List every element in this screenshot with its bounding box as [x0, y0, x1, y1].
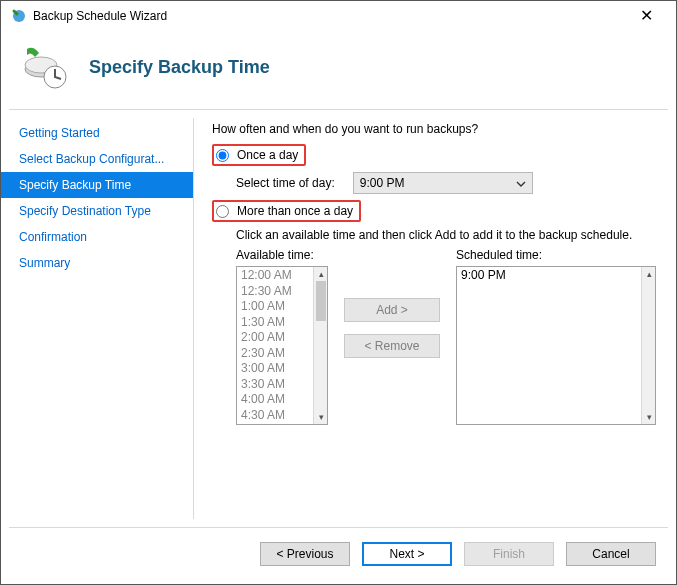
list-item[interactable]: 1:00 AM — [241, 299, 313, 315]
sidebar-item-label: Confirmation — [19, 230, 87, 244]
footer: < Previous Next > Finish Cancel — [1, 528, 676, 584]
radio-more-than-once[interactable]: More than once a day — [212, 200, 361, 222]
remove-button[interactable]: < Remove — [344, 334, 440, 358]
scroll-up-icon[interactable]: ▴ — [642, 267, 656, 281]
sidebar-item-summary[interactable]: Summary — [1, 250, 193, 276]
scrollbar[interactable]: ▴ ▾ — [641, 267, 655, 424]
window-title: Backup Schedule Wizard — [33, 9, 626, 23]
sidebar-item-select-config[interactable]: Select Backup Configurat... — [1, 146, 193, 172]
header: Specify Backup Time — [1, 31, 676, 109]
transfer-buttons: Add > < Remove — [344, 298, 440, 358]
sidebar-item-label: Specify Backup Time — [19, 178, 131, 192]
time-select-label: Select time of day: — [236, 176, 335, 190]
scroll-down-icon[interactable]: ▾ — [314, 410, 328, 424]
sidebar: Getting Started Select Backup Configurat… — [1, 110, 193, 527]
list-item[interactable]: 12:30 AM — [241, 284, 313, 300]
sidebar-item-label: Summary — [19, 256, 70, 270]
finish-button[interactable]: Finish — [464, 542, 554, 566]
body: Getting Started Select Backup Configurat… — [1, 110, 676, 527]
sidebar-item-label: Select Backup Configurat... — [19, 152, 164, 166]
list-item[interactable]: 3:00 AM — [241, 361, 313, 377]
app-icon — [11, 8, 27, 24]
scrollbar[interactable]: ▴ ▾ — [313, 267, 327, 424]
list-item[interactable]: 3:30 AM — [241, 377, 313, 393]
scroll-up-icon[interactable]: ▴ — [314, 267, 328, 281]
radio-once-label: Once a day — [237, 148, 298, 162]
time-of-day-select[interactable]: 9:00 PM — [353, 172, 533, 194]
list-item[interactable]: 4:00 AM — [241, 392, 313, 408]
scheduled-items: 9:00 PM — [457, 267, 641, 424]
scheduled-column: Scheduled time: 9:00 PM ▴ ▾ — [456, 248, 656, 425]
available-column: Available time: 12:00 AM12:30 AM1:00 AM1… — [236, 248, 328, 425]
cancel-button[interactable]: Cancel — [566, 542, 656, 566]
previous-button[interactable]: < Previous — [260, 542, 350, 566]
add-button[interactable]: Add > — [344, 298, 440, 322]
radio-multi-label: More than once a day — [237, 204, 353, 218]
time-lists: Available time: 12:00 AM12:30 AM1:00 AM1… — [236, 248, 656, 425]
available-label: Available time: — [236, 248, 328, 262]
time-of-day-value: 9:00 PM — [360, 176, 405, 190]
sidebar-item-destination[interactable]: Specify Destination Type — [1, 198, 193, 224]
radio-multi-input[interactable] — [216, 205, 229, 218]
scroll-thumb[interactable] — [316, 281, 326, 321]
list-item[interactable]: 1:30 AM — [241, 315, 313, 331]
scheduled-label: Scheduled time: — [456, 248, 656, 262]
sidebar-item-getting-started[interactable]: Getting Started — [1, 120, 193, 146]
content-pane: How often and when do you want to run ba… — [194, 110, 676, 527]
sidebar-item-label: Getting Started — [19, 126, 100, 140]
prompt-text: How often and when do you want to run ba… — [212, 122, 656, 136]
list-item[interactable]: 4:30 AM — [241, 408, 313, 424]
available-items: 12:00 AM12:30 AM1:00 AM1:30 AM2:00 AM2:3… — [237, 267, 313, 424]
radio-once-input[interactable] — [216, 149, 229, 162]
scroll-down-icon[interactable]: ▾ — [642, 410, 656, 424]
next-button[interactable]: Next > — [362, 542, 452, 566]
wizard-window: Backup Schedule Wizard ✕ Specify Backup … — [0, 0, 677, 585]
wizard-icon — [21, 43, 69, 91]
instruction-text: Click an available time and then click A… — [236, 228, 656, 242]
close-button[interactable]: ✕ — [626, 6, 666, 25]
available-listbox[interactable]: 12:00 AM12:30 AM1:00 AM1:30 AM2:00 AM2:3… — [236, 266, 328, 425]
sidebar-item-confirmation[interactable]: Confirmation — [1, 224, 193, 250]
chevron-down-icon — [516, 176, 526, 190]
radio-once-a-day[interactable]: Once a day — [212, 144, 306, 166]
scheduled-listbox[interactable]: 9:00 PM ▴ ▾ — [456, 266, 656, 425]
list-item[interactable]: 2:00 AM — [241, 330, 313, 346]
page-title: Specify Backup Time — [89, 57, 270, 78]
sidebar-item-label: Specify Destination Type — [19, 204, 151, 218]
sidebar-item-specify-time[interactable]: Specify Backup Time — [1, 172, 193, 198]
list-item[interactable]: 12:00 AM — [241, 268, 313, 284]
list-item[interactable]: 2:30 AM — [241, 346, 313, 362]
titlebar: Backup Schedule Wizard ✕ — [1, 1, 676, 31]
time-select-row: Select time of day: 9:00 PM — [236, 172, 656, 194]
list-item[interactable]: 9:00 PM — [461, 268, 641, 284]
